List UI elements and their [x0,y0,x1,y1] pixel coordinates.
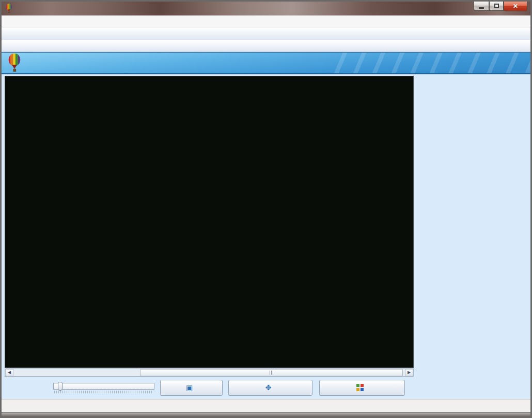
image-canvas[interactable] [5,76,414,368]
zoom-100-icon: ▣ [186,383,193,392]
content-area: ◀ ▶ ▣ ✥ [2,74,530,399]
editor-column: ◀ ▶ ▣ ✥ [2,74,416,399]
window-bottom-frame [2,412,530,416]
horizontal-scrollbar[interactable]: ◀ ▶ [5,368,414,377]
close-icon: ✕ [513,3,518,10]
balloon-logo-icon [7,53,22,73]
tools-sidebar [416,74,530,399]
main-toolbar [2,27,530,40]
maximize-button[interactable] [489,2,504,11]
zoom-slider-track[interactable] [53,383,154,390]
macaw-photo [5,76,413,367]
zoom-bar: ▣ ✥ [5,377,416,399]
brand-banner [2,52,530,74]
minimize-button[interactable] [474,2,489,11]
zoom-slider-ticks [54,391,153,393]
scroll-left-arrow[interactable]: ◀ [5,369,13,376]
status-bar [2,399,530,412]
maximize-icon [494,4,499,8]
zoom-100-button[interactable]: ▣ [160,380,223,396]
app-window: ✕ ◀ [0,0,532,418]
app-balloon-icon [5,4,13,14]
close-button[interactable]: ✕ [504,2,527,11]
zoom-slider-thumb[interactable] [58,382,62,391]
photo-manager-button[interactable] [319,380,405,396]
icon-toolbar [2,40,530,52]
scroll-right-arrow[interactable]: ▶ [405,369,413,376]
fit-screen-icon: ✥ [265,383,272,392]
fit-on-screen-button[interactable]: ✥ [228,380,312,396]
photo-manager-icon [356,384,364,391]
menu-bar [2,15,530,27]
title-bar[interactable]: ✕ [2,2,530,15]
minimize-icon [479,7,484,9]
scrollbar-thumb[interactable] [140,369,403,376]
zoom-slider[interactable] [53,381,154,394]
